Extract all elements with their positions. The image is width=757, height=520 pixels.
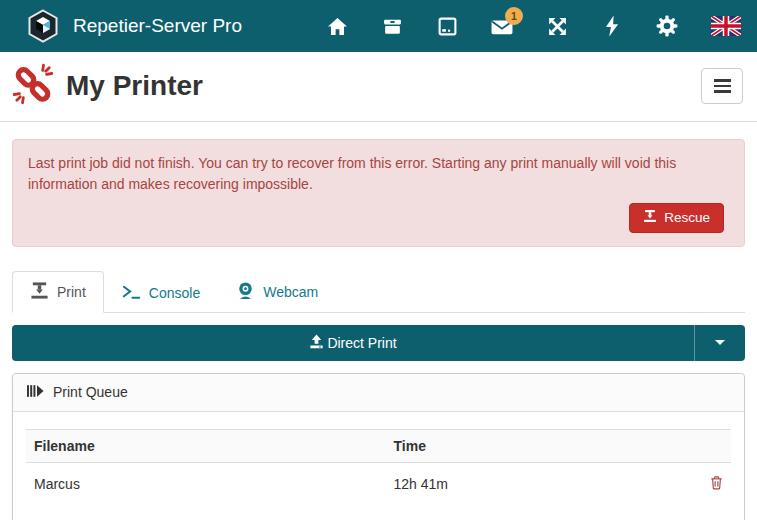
upload-icon (309, 334, 324, 352)
table-row: Marcus 12h 41m (26, 462, 731, 503)
bolt-icon[interactable] (601, 15, 623, 37)
column-header-time: Time (386, 429, 682, 462)
broken-link-icon (12, 63, 54, 109)
hamburger-icon (714, 79, 731, 82)
queue-icon (27, 384, 44, 401)
trash-icon (710, 477, 723, 493)
tab-webcam-label: Webcam (263, 284, 318, 300)
direct-print-label: Direct Print (327, 335, 396, 351)
recovery-alert-message: Last print job did not finish. You can t… (28, 153, 729, 196)
delete-queue-item-button[interactable] (682, 462, 731, 503)
brand[interactable]: Repetier-Server Pro (26, 9, 242, 43)
printer-frame-icon[interactable] (436, 15, 458, 37)
rescue-button-label: Rescue (664, 210, 710, 225)
mail-badge: 1 (505, 7, 523, 25)
extruder-icon (643, 209, 657, 226)
print-queue-panel: Print Queue Filename Time Marcus 12h 41m (12, 373, 745, 520)
extruder-icon (30, 281, 49, 303)
rescue-button[interactable]: Rescue (629, 203, 724, 233)
tab-webcam[interactable]: Webcam (218, 271, 336, 313)
direct-print-dropdown-toggle[interactable] (694, 325, 745, 361)
main-content: Last print job did not finish. You can t… (0, 139, 757, 520)
top-navbar: Repetier-Server Pro (0, 0, 757, 52)
home-icon[interactable] (326, 15, 348, 37)
tab-print-label: Print (57, 284, 86, 300)
page-title: My Printer (66, 70, 701, 102)
navbar-icons: 1 (326, 15, 741, 37)
page-header: My Printer (0, 52, 757, 122)
queue-item-time: 12h 41m (386, 462, 682, 503)
printer-tabs: Print Console Webcam (12, 271, 745, 313)
recovery-alert: Last print job did not finish. You can t… (12, 139, 745, 247)
tab-console-label: Console (149, 285, 200, 301)
uk-flag-icon[interactable] (711, 15, 741, 37)
expand-arrows-icon[interactable] (546, 15, 568, 37)
direct-print-split-button: Direct Print (12, 325, 745, 361)
terminal-icon (122, 284, 141, 303)
webcam-icon (236, 281, 255, 303)
hamburger-menu-button[interactable] (701, 68, 743, 104)
tab-print[interactable]: Print (12, 271, 104, 313)
column-header-filename: Filename (26, 429, 386, 462)
print-queue-title: Print Queue (53, 384, 128, 400)
gear-icon[interactable] (656, 15, 678, 37)
print-queue-header: Print Queue (13, 374, 744, 412)
queue-item-filename: Marcus (26, 462, 386, 503)
box-icon[interactable] (381, 15, 403, 37)
brand-title: Repetier-Server Pro (73, 15, 242, 37)
direct-print-button[interactable]: Direct Print (12, 325, 694, 361)
print-queue-table: Filename Time Marcus 12h 41m (26, 429, 731, 503)
tab-console[interactable]: Console (104, 274, 218, 313)
mail-icon[interactable]: 1 (491, 15, 513, 37)
repetier-logo-icon (26, 9, 60, 43)
chevron-down-icon (715, 340, 725, 345)
